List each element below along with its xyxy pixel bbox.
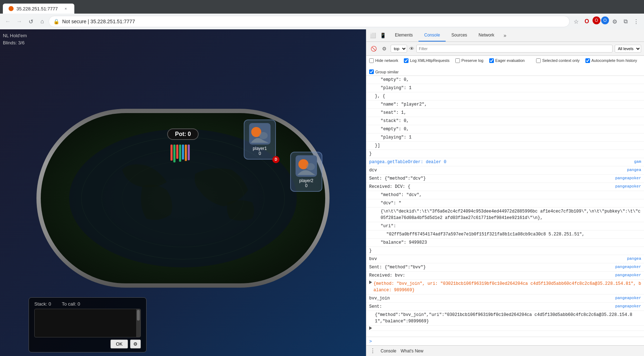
console-source[interactable]: gam (634, 159, 641, 165)
checkbox-hide-network[interactable]: Hide network (369, 58, 398, 63)
pot-label: Pot: 0 (175, 131, 191, 137)
browser-tab[interactable]: 35.228.251.51:7777 × (3, 4, 74, 14)
console-text: "name": "player2", (369, 101, 641, 108)
tab-console[interactable]: Console (418, 29, 446, 42)
tab-more[interactable]: » (500, 29, 510, 42)
console-source[interactable]: pangeapoker (615, 264, 641, 270)
scroll-thumb (137, 310, 140, 321)
level-select[interactable]: All levels (615, 45, 641, 53)
console-checkbox-row: Hide network Log XMLHttpRequests Preserv… (366, 56, 644, 76)
checkbox-group-similar[interactable]: Group similar (369, 69, 398, 74)
console-settings-icon[interactable]: ⚙ (380, 44, 388, 53)
preserve-log-checkbox[interactable] (455, 58, 460, 63)
console-text: "stack": 0, (369, 118, 641, 124)
reload-button[interactable]: ↺ (26, 16, 36, 26)
next-expand-icon[interactable] (369, 326, 372, 330)
settings-icon[interactable]: ⚙ (610, 16, 620, 26)
console-line: "dcv": " (366, 199, 644, 208)
home-button[interactable]: ⌂ (37, 16, 47, 26)
eye-icon[interactable]: 👁 (409, 46, 414, 52)
player1-avatar (249, 123, 271, 145)
bookmark-icon[interactable]: ☆ (571, 16, 581, 26)
console-line: }, { (366, 92, 644, 101)
tab-close-btn[interactable]: × (63, 6, 69, 11)
bottom-panel-scrollbar[interactable] (136, 309, 140, 337)
expand-icon[interactable] (369, 281, 372, 284)
console-source[interactable]: pangeapoker (615, 272, 641, 278)
devtools-elements-icon[interactable]: ⬜ (368, 31, 377, 40)
console-source[interactable]: pangeapoker (615, 303, 641, 309)
devtools-mobile-icon[interactable]: 📱 (378, 31, 387, 40)
checkbox-preserve-log[interactable]: Preserve log (455, 58, 484, 63)
checkbox-selected-context[interactable]: Selected context only (536, 58, 580, 63)
svg-point-6 (259, 132, 268, 139)
checkbox-autocomplete[interactable]: Autocomplete from history (585, 58, 637, 63)
ok-button[interactable]: OK (110, 340, 128, 348)
hide-network-checkbox[interactable] (369, 58, 374, 63)
group-similar-checkbox[interactable] (369, 69, 374, 74)
forward-button[interactable]: → (14, 16, 24, 26)
bottom-panel-header: Stack: 0 To call: 0 (34, 301, 141, 307)
console-input[interactable] (374, 339, 641, 344)
browser-toolbar: ← → ↺ ⌂ 🔒 Not secure | 35.228.251.51:777… (0, 14, 644, 29)
opera-icon[interactable]: O (582, 16, 592, 26)
console-source[interactable]: pangeapoker (615, 175, 641, 181)
tab-elements[interactable]: Elements (389, 29, 418, 42)
console-line-bvv-obj: {method: "bvv_join", uri: "03021bcb106f9… (366, 280, 644, 294)
console-source[interactable]: pangea (627, 167, 641, 173)
card-bar-3 (176, 145, 178, 159)
console-line: "playing": 1 (366, 84, 644, 92)
tab-sources[interactable]: Sources (446, 29, 473, 42)
bottom-panel-content (34, 309, 141, 337)
game-info: NL Hold'em Blinds: 3/6 (3, 32, 27, 46)
console-text: "seat": 1, (369, 109, 641, 116)
console-source[interactable]: pangeapoker (615, 184, 641, 190)
console-line-received-dcv: Received: DCV: { pangeapoker (366, 183, 644, 191)
console-line-received-bvv: Received: bvv: pangeapoker (366, 272, 644, 280)
console-text: "balance": 9499823 (369, 239, 641, 246)
opera-blue-icon[interactable]: O (601, 16, 609, 24)
devtools-bottom-tab-console[interactable]: Console (381, 348, 396, 353)
context-select[interactable]: top (391, 45, 407, 53)
cards-stack (170, 145, 195, 166)
checkbox-eager-eval[interactable]: Eager evaluation (489, 58, 525, 63)
clear-console-icon[interactable]: 🚫 (369, 44, 378, 53)
svg-point-9 (306, 163, 315, 170)
console-text: "empty": 0, (369, 77, 641, 83)
address-text: Not secure | 35.228.251.51:7777 (62, 19, 565, 24)
console-line: "seat": 1, (366, 109, 644, 117)
console-text: Sent: {"method":"dcv"} (369, 175, 614, 182)
console-line: "balance": 9499823 (366, 239, 644, 247)
console-prompt-symbol: > (369, 338, 372, 344)
console-line: } (366, 150, 644, 158)
console-line-bvv-join: bvv_join pangeapoker (366, 294, 644, 303)
log-xmlhttp-checkbox[interactable] (404, 58, 408, 63)
player2-name: player2 (299, 178, 313, 183)
settings-button[interactable]: ⚙ (130, 340, 141, 348)
address-bar[interactable]: 🔒 Not secure | 35.228.251.51:7777 (49, 16, 570, 27)
menu-icon[interactable]: ⋮ (631, 16, 641, 26)
bottom-panel-actions: OK ⚙ (34, 340, 141, 348)
checkbox-log-xmlhttp[interactable]: Log XMLHttpRequests (404, 58, 450, 63)
devtools-bottom-menu-icon[interactable]: ⋮ (369, 347, 376, 355)
console-text: dcv (369, 167, 625, 174)
extensions-icon[interactable]: ⧉ (620, 16, 630, 26)
autocomplete-checkbox[interactable] (585, 58, 590, 63)
filter-input[interactable] (416, 45, 613, 53)
player2-container: player2 0 (290, 152, 322, 192)
back-button[interactable]: ← (3, 16, 13, 26)
console-text: "method": "dcv", (369, 192, 641, 198)
tab-network[interactable]: Network (473, 29, 500, 42)
console-output[interactable]: "empty": 0, "playing": 1 }, { "name": "p… (366, 76, 644, 337)
devtools-bottom-tab-whatsnew[interactable]: What's New (401, 348, 423, 353)
eager-eval-checkbox[interactable] (489, 58, 494, 63)
selected-context-checkbox[interactable] (536, 58, 541, 63)
devtools-panel: ⬜ 📱 Elements Console Sources Network » 🚫 (366, 29, 644, 356)
console-source[interactable]: pangeapoker (615, 295, 641, 301)
opera-red-icon[interactable]: O (593, 16, 600, 24)
console-text: Received: DCV: { (369, 184, 614, 190)
console-text: "02ff5a0bff67454174adf37a597ee7e1b0f151f… (369, 231, 641, 238)
player1-avatar-svg (249, 123, 271, 145)
console-text: "playing": 1 (369, 85, 641, 91)
console-source[interactable]: pangea (627, 256, 641, 262)
